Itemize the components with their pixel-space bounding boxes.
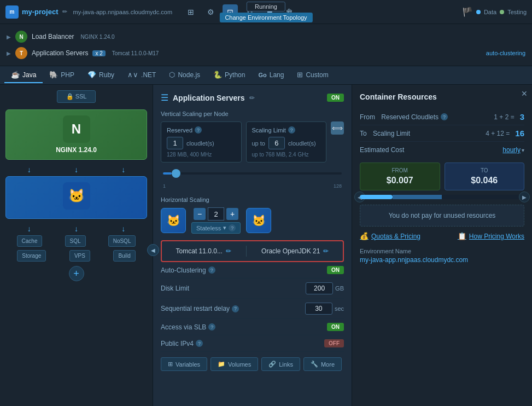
tab-ruby-label: Ruby	[99, 71, 114, 79]
cost-label: Estimated Cost	[360, 146, 502, 154]
ssl-label: SSL	[75, 93, 87, 100]
links-row: 💰 Quotas & Pricing 📋 How Pricing Works	[360, 232, 524, 240]
tab-ruby[interactable]: 💎 Ruby	[81, 67, 121, 83]
add-node-button[interactable]: +	[69, 266, 84, 281]
reserved-help-icon[interactable]: ?	[195, 126, 202, 134]
stateless-help-icon: ▾	[223, 224, 226, 231]
lang-tabs: ☕ Java 🐘 PHP 💎 Ruby ∧∨ .NET ⬡ Node.js 🐍 …	[0, 66, 532, 85]
tab-custom[interactable]: ⊞ Custom	[290, 67, 335, 83]
variables-icon: ⊞	[168, 361, 173, 368]
slider-labels: 1 128	[163, 183, 342, 189]
cost-dropdown-icon[interactable]: ▾	[522, 147, 524, 153]
cost-period[interactable]: hourly	[502, 146, 521, 154]
quotas-icon: 💰	[360, 232, 369, 240]
slider-fill	[163, 172, 172, 175]
scaling-limit-help-icon[interactable]: ?	[288, 126, 295, 134]
links-label: Links	[279, 361, 293, 368]
auto-clustering-toggle[interactable]: ON	[327, 266, 344, 274]
golang-icon: Go	[258, 72, 266, 78]
change-topology-button[interactable]: Change Environment Topology	[219, 13, 312, 22]
storage-button[interactable]: Storage	[17, 250, 46, 262]
arrow-down-1: ↓	[27, 165, 31, 174]
tab-nodejs-label: Node.js	[178, 71, 200, 79]
node-count: 2	[208, 207, 224, 221]
tab-python-label: Python	[225, 71, 245, 79]
disk-limit-row: Disk Limit GB	[161, 279, 344, 299]
edit-project-icon[interactable]: ✏	[62, 8, 67, 15]
restart-help[interactable]: ?	[232, 305, 239, 312]
access-slb-toggle[interactable]: ON	[327, 323, 344, 331]
reserved-cloudlets-help[interactable]: ?	[441, 113, 448, 120]
limit-sub: up to 768 MiB, 2.4 GHz	[252, 152, 321, 158]
nosql-button[interactable]: NoSQL	[108, 235, 136, 247]
jdk-edit-icon[interactable]: ✏	[323, 247, 329, 255]
slider-max: 128	[334, 183, 342, 189]
collapse-arrow[interactable]: ◀	[147, 244, 159, 256]
wrench-icon: 🔧	[311, 361, 318, 368]
increase-button[interactable]: +	[226, 208, 238, 220]
public-ipv4-toggle[interactable]: OFF	[324, 339, 344, 347]
ssl-button[interactable]: 🔒 SSL	[57, 90, 96, 103]
links-icon: 🔗	[268, 361, 276, 368]
gear-icon[interactable]: ⚙	[203, 4, 218, 20]
access-slb-label: Access via SLB ?	[161, 323, 323, 331]
stateless-badge[interactable]: Stateless ▾ ?	[191, 222, 241, 234]
count-container: − 2 + Stateless ▾ ?	[191, 207, 241, 234]
quotas-label: Quotas & Pricing	[371, 233, 420, 240]
bar-right-arrow[interactable]: ▶	[519, 192, 530, 202]
close-button[interactable]: ✕	[521, 89, 528, 98]
price-from-box: FROM $0.007	[360, 163, 440, 190]
edit-section-icon[interactable]: ✏	[249, 94, 255, 102]
tab-php[interactable]: 🐘 PHP	[43, 67, 81, 83]
grid-icon[interactable]: ⊞	[183, 4, 198, 20]
java-icon: ☕	[11, 71, 20, 79]
horiz-section: Horizontal Scaling 🐱 − 2 + Stateless ▾ ?	[161, 196, 344, 234]
slider-thumb[interactable]	[172, 169, 180, 178]
restart-delay-label: Sequential restart delay ?	[161, 305, 301, 312]
sql-button[interactable]: SQL	[65, 235, 86, 247]
upto-label: up to	[252, 140, 265, 147]
section-header: ☰ Application Servers ✏ ON	[161, 92, 344, 103]
env-name-label: Environment Name	[360, 248, 524, 254]
stateless-help[interactable]: ?	[229, 224, 236, 231]
how-pricing-link[interactable]: 📋 How Pricing Works	[458, 232, 524, 240]
right-panel: ✕ Container Resources From Reserved Clou…	[352, 85, 532, 406]
more-button[interactable]: 🔧 More	[303, 357, 342, 371]
public-ipv4-help[interactable]: ?	[196, 340, 203, 347]
reserved-num[interactable]: 1	[167, 137, 183, 149]
from-calc: 1 + 2 =	[494, 113, 514, 121]
reserved-label: Reserved ?	[167, 126, 236, 134]
lb-row[interactable]: ▶ N Load Balancer NGINX 1.24.0	[7, 28, 525, 45]
tab-java[interactable]: ☕ Java	[4, 67, 43, 83]
variables-button[interactable]: ⊞ Variables	[161, 357, 207, 371]
volumes-button[interactable]: 📁 Volumes	[211, 357, 258, 371]
section-toggle[interactable]: ON	[327, 94, 344, 102]
decrease-button[interactable]: −	[194, 208, 206, 220]
resource-bar	[360, 195, 524, 199]
tab-dotnet[interactable]: ∧∨ .NET	[121, 67, 162, 83]
tomcat-edit-icon[interactable]: ✏	[226, 247, 231, 255]
vps-button[interactable]: VPS	[69, 250, 90, 262]
limit-num[interactable]: 6	[268, 137, 285, 149]
nodejs-icon: ⬡	[169, 71, 175, 79]
restart-input[interactable]	[305, 303, 332, 315]
auto-clustering-help[interactable]: ?	[208, 266, 215, 274]
tab-php-label: PHP	[61, 71, 74, 79]
access-slb-help[interactable]: ?	[208, 323, 215, 330]
cache-button[interactable]: Cache	[17, 235, 43, 247]
python-icon: 🐍	[213, 71, 222, 79]
vertical-slider[interactable]	[163, 168, 342, 179]
price-to-box: TO $0.046	[445, 163, 525, 190]
tab-python[interactable]: 🐍 Python	[207, 67, 252, 83]
reserved-box: Reserved ? 1 cloudlet(s) 128 MiB, 400 MH…	[161, 121, 242, 163]
env-region: 🏴 Data Testing	[462, 7, 527, 17]
tab-nodejs[interactable]: ⬡ Node.js	[162, 67, 207, 83]
quotas-pricing-link[interactable]: 💰 Quotas & Pricing	[360, 232, 420, 240]
app-label: Application Servers	[32, 49, 88, 57]
top-bar: m my-project ✏ my-java-app.nnjpaas.cloud…	[0, 0, 532, 24]
build-button[interactable]: Build	[113, 250, 135, 262]
tab-golang[interactable]: Go Lang	[252, 68, 290, 83]
links-button[interactable]: 🔗 Links	[261, 357, 300, 371]
disk-input[interactable]	[306, 282, 333, 294]
app-row[interactable]: ▶ T Application Servers x 2 Tomcat 11.0.…	[7, 45, 525, 61]
